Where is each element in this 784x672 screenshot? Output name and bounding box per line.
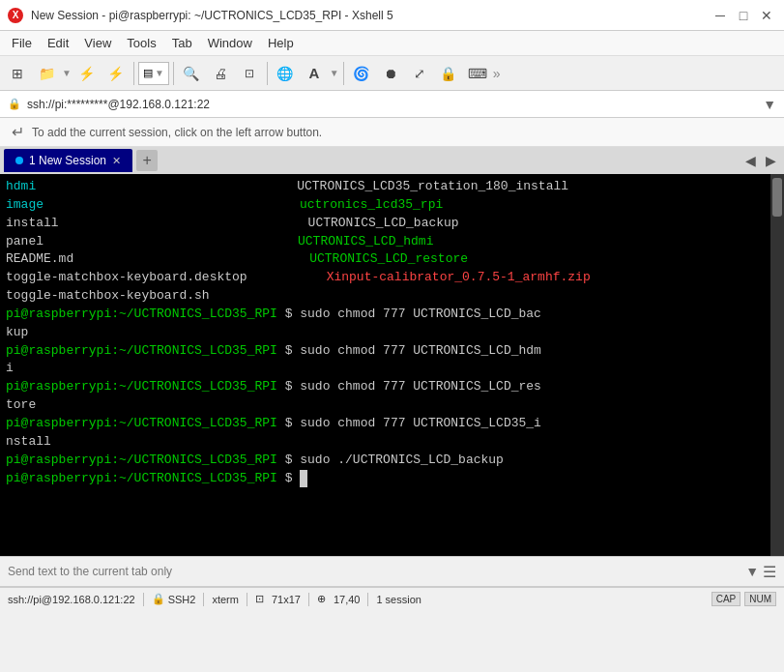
tab-close-icon[interactable]: ✕ [112, 155, 121, 167]
search-button[interactable]: 🔍 [178, 60, 205, 87]
terminal-text: README.md [6, 251, 73, 266]
open-button[interactable]: 📁 [33, 60, 60, 87]
add-tab-button[interactable]: + [136, 150, 158, 171]
num-label: NUM [744, 592, 776, 606]
terminal-text: panel [6, 234, 44, 248]
app-icon: X [8, 8, 23, 23]
window-controls: ─ □ ✕ [711, 6, 776, 25]
tab-prev-button[interactable]: ◀ [741, 153, 760, 168]
terminal-text: toggle-matchbox-keyboard.sh [6, 288, 210, 303]
send-text-bar: ▼ ☰ [0, 556, 784, 587]
print-button[interactable]: 🖨 [207, 60, 234, 87]
menu-tools[interactable]: Tools [119, 34, 163, 52]
maximize-button[interactable]: □ [734, 6, 753, 25]
terminal-text: toggle-matchbox-keyboard.desktop [6, 270, 247, 284]
status-connection: ssh://pi@192.168.0.121:22 [8, 594, 135, 605]
status-sessions: 1 session [376, 594, 421, 605]
toolbar-separator-4 [343, 62, 344, 85]
terminal-area[interactable]: hdmiUCTRONICS_LCD35_rotation_180_install… [0, 174, 784, 556]
terminal-prompt: pi@raspberrypi:~/UCTRONICS_LCD35_RPI [6, 471, 277, 485]
session-dropdown[interactable]: ▤ ▼ [138, 62, 169, 85]
address-bar: 🔒 ssh://pi:*********@192.168.0.121:22 ▼ [0, 91, 784, 118]
connect-button[interactable]: ⚡ [73, 60, 101, 87]
add-session-arrow-icon[interactable]: ↵ [12, 123, 24, 141]
menu-file[interactable]: File [4, 34, 40, 52]
toolbar: ⊞ 📁 ▼ ⚡ ⚡ ▤ ▼ 🔍 🖨 ⊡ 🌐 A ▼ 🌀 ⏺ ⤢ 🔒 ⌨ » [0, 56, 784, 91]
tab-label: 1 New Session [29, 154, 106, 167]
terminal-prompt: pi@raspberrypi:~/UCTRONICS_LCD35_RPI [6, 453, 277, 467]
terminal-text: nstall [6, 434, 51, 449]
terminal-prompt: pi@raspberrypi:~/UCTRONICS_LCD35_RPI [6, 343, 277, 358]
status-protocol: 🔒 SSH2 [152, 593, 196, 605]
terminal-text: image [6, 197, 44, 212]
status-sep-3 [247, 593, 247, 606]
menu-window[interactable]: Window [200, 34, 260, 52]
info-text: To add the current session, click on the… [32, 126, 322, 139]
new-session-toolbar-button[interactable]: ⊞ [4, 60, 31, 87]
status-sep-5 [367, 593, 368, 606]
print2-button[interactable]: ⊡ [236, 60, 263, 87]
toolbar-separator-1 [133, 62, 134, 85]
keyboard-button[interactable]: ⌨ [464, 60, 491, 87]
terminal-text: hdmi [6, 179, 36, 193]
send-text-input[interactable] [8, 565, 741, 578]
spiral-button[interactable]: 🌀 [348, 60, 375, 87]
status-position: 17,40 [334, 594, 361, 605]
lock-status-icon: 🔒 [152, 593, 165, 605]
info-bar: ↵ To add the current session, click on t… [0, 118, 784, 147]
globe-button[interactable]: 🌐 [272, 60, 299, 87]
fullscreen-button[interactable]: ⤢ [406, 60, 433, 87]
session-tab[interactable]: 1 New Session ✕ [4, 149, 132, 172]
status-size: 71x17 [272, 594, 301, 605]
status-bar: ssh://pi@192.168.0.121:22 🔒 SSH2 xterm ⊡… [0, 587, 784, 610]
menu-edit[interactable]: Edit [40, 34, 76, 52]
window-title: New Session - pi@raspberrypi: ~/UCTRONIC… [31, 9, 393, 22]
tab-bar: 1 New Session ✕ + ◀ ▶ [0, 147, 784, 174]
terminal-text: install [6, 216, 59, 230]
status-sep-1 [143, 593, 144, 606]
record-button[interactable]: ⏺ [377, 60, 404, 87]
terminal-text: tore [6, 397, 36, 412]
lock-button[interactable]: 🔒 [435, 60, 462, 87]
toolbar-overflow[interactable]: » [493, 66, 501, 81]
status-size-icon: ⊡ [255, 593, 264, 605]
toolbar-separator-2 [173, 62, 174, 85]
menu-view[interactable]: View [76, 34, 119, 52]
menu-bar: File Edit View Tools Tab Window Help [0, 31, 784, 56]
address-dropdown-arrow[interactable]: ▼ [763, 97, 776, 112]
close-button[interactable]: ✕ [757, 6, 776, 25]
disconnect-button[interactable]: ⚡ [102, 60, 130, 87]
address-text: ssh://pi:*********@192.168.0.121:22 [27, 98, 763, 111]
send-dropdown-arrow[interactable]: ▼ [745, 564, 759, 579]
tab-dot-icon [15, 157, 23, 164]
terminal-text: i [6, 361, 14, 375]
send-menu-icon[interactable]: ☰ [763, 563, 776, 581]
menu-tab[interactable]: Tab [164, 34, 200, 52]
minimize-button[interactable]: ─ [711, 6, 730, 25]
cap-label: CAP [711, 592, 741, 606]
status-sep-2 [203, 593, 204, 606]
terminal-prompt: pi@raspberrypi:~/UCTRONICS_LCD35_RPI [6, 379, 277, 394]
terminal-scrollbar[interactable] [770, 174, 784, 556]
toolbar-separator-3 [267, 62, 268, 85]
terminal-text: kup [6, 325, 28, 339]
menu-help[interactable]: Help [260, 34, 302, 52]
lock-icon: 🔒 [8, 98, 21, 110]
tab-next-button[interactable]: ▶ [762, 153, 780, 168]
status-pos-icon: ⊕ [317, 593, 326, 605]
font-button[interactable]: A [301, 60, 328, 87]
cursor [300, 470, 307, 488]
tab-nav: ◀ ▶ [741, 153, 780, 168]
terminal-prompt: pi@raspberrypi:~/UCTRONICS_LCD35_RPI [6, 307, 277, 321]
terminal-prompt: pi@raspberrypi:~/UCTRONICS_LCD35_RPI [6, 416, 277, 430]
status-sep-4 [308, 593, 309, 606]
connection-text: ssh://pi@192.168.0.121:22 [8, 594, 135, 605]
status-terminal: xterm [212, 594, 239, 605]
status-right: CAP NUM [711, 592, 776, 606]
cap-num-indicator: CAP NUM [711, 592, 776, 606]
scrollbar-thumb[interactable] [772, 178, 782, 217]
title-bar: X New Session - pi@raspberrypi: ~/UCTRON… [0, 0, 784, 31]
